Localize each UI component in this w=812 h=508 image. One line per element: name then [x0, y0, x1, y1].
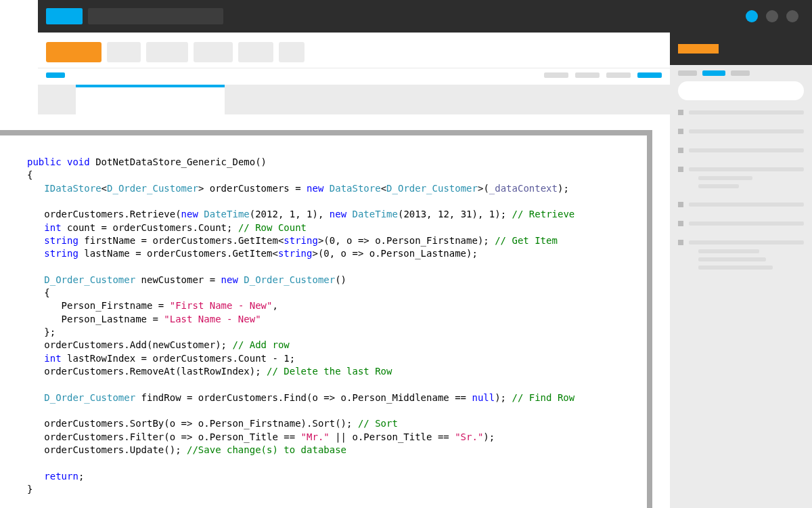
sidebar-tab-active[interactable]	[702, 70, 725, 76]
breadcrumb-item[interactable]	[544, 72, 568, 78]
sidebar	[670, 33, 812, 508]
code-content[interactable]: public void DotNetDataStore_Generic_Demo…	[27, 156, 620, 496]
tree-item[interactable]	[678, 240, 804, 245]
sidebar-title	[678, 44, 719, 54]
nav-tab-active[interactable]	[46, 42, 102, 62]
tree-icon	[678, 148, 683, 153]
nav-tab[interactable]	[107, 42, 141, 62]
breadcrumb-item[interactable]	[575, 72, 600, 78]
breadcrumb-item[interactable]	[46, 72, 65, 78]
tree-subitem[interactable]	[698, 266, 773, 270]
tree-item[interactable]	[678, 129, 804, 134]
tree-subitem[interactable]	[698, 184, 739, 188]
app-logo	[46, 8, 83, 24]
tree-icon	[678, 221, 683, 226]
title-placeholder	[88, 8, 223, 24]
editor-tab[interactable]	[38, 85, 76, 114]
sidebar-tab[interactable]	[678, 70, 697, 76]
breadcrumb-item-active[interactable]	[637, 72, 662, 78]
status-dot[interactable]	[786, 10, 798, 22]
editor-tab-active[interactable]	[76, 85, 225, 114]
tree-subitem[interactable]	[698, 249, 759, 253]
tree-subitem[interactable]	[698, 176, 752, 180]
editor-tabs	[38, 85, 670, 114]
sidebar-header	[670, 33, 812, 65]
nav-tabs	[38, 33, 670, 68]
tree-icon	[678, 240, 683, 245]
sidebar-tree	[678, 110, 804, 279]
title-bar	[38, 0, 812, 33]
nav-tab[interactable]	[279, 42, 304, 62]
status-dot[interactable]	[766, 10, 778, 22]
tree-icon	[678, 129, 683, 134]
tree-item[interactable]	[678, 148, 804, 153]
tree-icon	[678, 110, 683, 115]
status-dot-active[interactable]	[746, 10, 758, 22]
tree-item[interactable]	[678, 110, 804, 115]
sidebar-tab[interactable]	[731, 70, 750, 76]
tree-item[interactable]	[678, 221, 804, 226]
sidebar-tabs	[678, 70, 804, 76]
tree-subitem[interactable]	[698, 257, 766, 261]
breadcrumb-item[interactable]	[606, 72, 631, 78]
nav-tab[interactable]	[146, 42, 188, 62]
sidebar-search-input[interactable]	[678, 81, 804, 100]
nav-tab[interactable]	[194, 42, 233, 62]
code-editor[interactable]: public void DotNetDataStore_Generic_Demo…	[0, 135, 652, 508]
tree-icon	[678, 202, 683, 207]
breadcrumb	[38, 68, 670, 85]
tree-item[interactable]	[678, 167, 804, 172]
tree-icon	[678, 167, 683, 172]
nav-tab[interactable]	[238, 42, 273, 62]
tree-item[interactable]	[678, 202, 804, 207]
